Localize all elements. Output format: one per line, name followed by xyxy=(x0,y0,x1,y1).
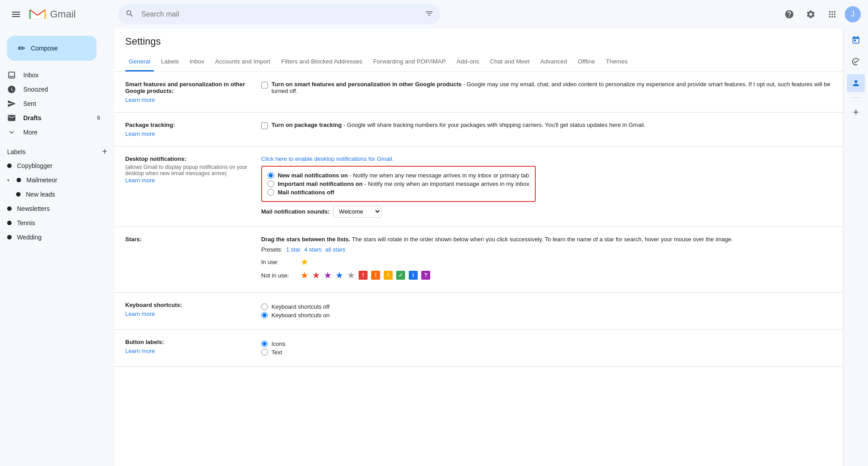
preset-1star-link[interactable]: 1 star xyxy=(286,246,301,253)
tab-offline[interactable]: Offline xyxy=(574,53,599,71)
contacts-panel-icon[interactable] xyxy=(847,74,865,92)
label-item-tennis[interactable]: Tennis xyxy=(0,216,107,230)
tab-accounts[interactable]: Accounts and Import xyxy=(212,53,274,71)
keyboard-shortcuts-off-radio[interactable] xyxy=(261,303,268,310)
new-mail-notifications-label: New mail notifications on - Notify me wh… xyxy=(278,172,529,179)
snoozed-icon xyxy=(7,85,16,94)
star-icon-blue-info[interactable]: i xyxy=(409,271,418,280)
star-purple-notinuse[interactable]: ★ xyxy=(324,270,332,281)
tab-general[interactable]: General xyxy=(125,53,154,71)
button-labels-text-label: Text xyxy=(271,349,282,356)
tab-themes[interactable]: Themes xyxy=(602,53,631,71)
mail-notifications-off-radio[interactable] xyxy=(267,189,274,196)
settings-row-button-labels: Button labels: Learn more Icons Text xyxy=(114,330,843,367)
smart-features-checkbox[interactable] xyxy=(261,82,268,88)
search-filter-icon[interactable] xyxy=(425,9,434,20)
tab-advanced[interactable]: Advanced xyxy=(537,53,571,71)
label-item-wedding[interactable]: Wedding xyxy=(0,230,107,244)
star-icon-purple-q[interactable]: ? xyxy=(421,271,430,280)
logo-text: Gmail xyxy=(50,8,76,20)
stars-drag-desc: Drag the stars between the lists. The st… xyxy=(261,236,832,243)
drafts-badge: 6 xyxy=(97,115,100,121)
mailmeteor-caret-icon: ▾ xyxy=(7,178,9,183)
star-orange-notinuse[interactable]: ★ xyxy=(301,270,309,281)
compose-button[interactable]: ✏ Compose xyxy=(7,36,97,61)
inbox-label: Inbox xyxy=(23,71,38,79)
label-item-newsletters[interactable]: Newsletters xyxy=(0,202,107,216)
tasks-panel-icon[interactable] xyxy=(847,53,865,71)
apps-icon[interactable] xyxy=(823,5,841,23)
button-labels-text-radio[interactable] xyxy=(261,349,268,356)
settings-title: Settings xyxy=(125,36,832,47)
package-tracking-desc: Turn on package tracking - Google will s… xyxy=(271,122,645,128)
settings-row-desktop-notifications: Desktop notifications: (allows Gmail to … xyxy=(114,147,843,227)
star-icon-green-check[interactable]: ✓ xyxy=(396,271,405,280)
sidebar-item-drafts[interactable]: Drafts 6 xyxy=(0,111,107,125)
tab-filters[interactable]: Filters and Blocked Addresses xyxy=(278,53,366,71)
sidebar-item-sent[interactable]: Sent xyxy=(0,97,107,111)
tab-addons[interactable]: Add-ons xyxy=(453,53,483,71)
label-name-mailmeteor: Mailmeteor xyxy=(26,176,57,184)
right-panel xyxy=(843,0,868,466)
desktop-notifications-learn-more[interactable]: Learn more xyxy=(125,177,155,184)
star-icon-red-bang[interactable]: ! xyxy=(359,271,368,280)
sidebar-item-inbox[interactable]: Inbox xyxy=(0,68,107,82)
desktop-notifications-enable-link[interactable]: Click here to enable desktop notificatio… xyxy=(261,155,832,162)
tab-inbox[interactable]: Inbox xyxy=(186,53,208,71)
important-mail-notifications-radio[interactable] xyxy=(267,181,274,187)
label-item-new-leads[interactable]: New leads xyxy=(0,187,107,202)
star-gray-notinuse[interactable]: ★ xyxy=(347,270,355,281)
gmail-logo[interactable]: Gmail xyxy=(29,8,76,21)
button-labels-learn-more[interactable]: Learn more xyxy=(125,348,155,354)
more-icon xyxy=(7,128,16,137)
sidebar-item-snoozed[interactable]: Snoozed xyxy=(0,82,107,97)
new-mail-notifications-radio[interactable] xyxy=(267,172,274,179)
right-panel-divider xyxy=(851,97,861,98)
label-dot-wedding xyxy=(7,235,12,239)
button-labels-icons-label: Icons xyxy=(271,340,285,347)
calendar-panel-icon[interactable] xyxy=(847,31,865,49)
keyboard-shortcuts-on-radio[interactable] xyxy=(261,312,268,319)
search-input[interactable] xyxy=(118,4,440,25)
smart-features-learn-more[interactable]: Learn more xyxy=(125,97,155,103)
desktop-notifications-desc: (allows Gmail to display popup notificat… xyxy=(125,164,250,176)
label-item-copyblogger[interactable]: Copyblogger xyxy=(0,159,107,173)
settings-row-package-tracking: Package tracking: Learn more Turn on pac… xyxy=(114,113,843,147)
settings-icon[interactable] xyxy=(802,5,820,23)
desktop-notifications-label: Desktop notifications: xyxy=(125,155,250,162)
compose-label: Compose xyxy=(31,45,58,52)
mail-sounds-select[interactable]: Welcome Chime Ding None xyxy=(333,206,381,218)
settings-row-keyboard-shortcuts: Keyboard shortcuts: Learn more Keyboard … xyxy=(114,293,843,330)
help-icon[interactable] xyxy=(780,5,798,23)
star-red-notinuse[interactable]: ★ xyxy=(312,270,320,281)
mail-notifications-off-label: Mail notifications off xyxy=(278,189,334,196)
inbox-icon xyxy=(7,71,16,80)
tab-chat[interactable]: Chat and Meet xyxy=(486,53,533,71)
star-icon-yellow-bang[interactable]: ! xyxy=(384,271,393,280)
preset-allstars-link[interactable]: all stars xyxy=(325,246,345,253)
star-blue-notinuse[interactable]: ★ xyxy=(335,270,343,281)
package-tracking-checkbox[interactable] xyxy=(261,122,268,129)
package-tracking-learn-more[interactable]: Learn more xyxy=(125,130,155,137)
star-icon-orange-bang[interactable]: ! xyxy=(371,271,380,280)
in-use-label: In use: xyxy=(261,259,297,265)
sidebar-item-more[interactable]: More xyxy=(0,125,107,139)
keyboard-shortcuts-on-label: Keyboard shortcuts on xyxy=(271,312,330,319)
star-gold-inuse[interactable]: ★ xyxy=(301,256,309,267)
button-labels-icons-radio[interactable] xyxy=(261,340,268,347)
preset-4stars-link[interactable]: 4 stars xyxy=(304,246,322,253)
keyboard-shortcuts-learn-more[interactable]: Learn more xyxy=(125,311,155,317)
label-name-new-leads: New leads xyxy=(26,191,55,198)
sidebar: ✏ Compose Inbox Snoozed Sent Draft xyxy=(0,0,114,466)
drafts-icon xyxy=(7,113,16,122)
sent-label: Sent xyxy=(23,100,36,107)
tab-labels[interactable]: Labels xyxy=(157,53,182,71)
tab-forwarding[interactable]: Forwarding and POP/IMAP xyxy=(369,53,449,71)
avatar[interactable]: J xyxy=(845,6,861,22)
important-mail-notifications-label: Important mail notifications on - Notify… xyxy=(278,181,529,187)
add-label-icon[interactable]: + xyxy=(102,147,107,157)
label-dot-copyblogger xyxy=(7,164,12,168)
add-panel-icon[interactable] xyxy=(847,103,865,121)
label-item-mailmeteor[interactable]: ▾ Mailmeteor xyxy=(0,173,107,187)
hamburger-menu-icon[interactable] xyxy=(7,5,25,23)
